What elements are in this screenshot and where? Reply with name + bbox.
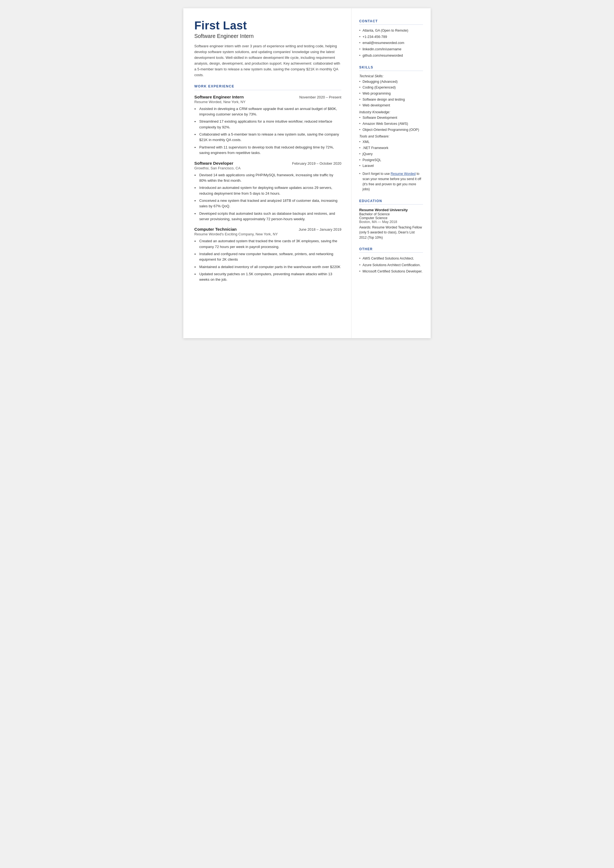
list-item: Updated security patches on 1.5K compute… <box>194 272 341 283</box>
skills-note-prefix: Don't forget to use <box>363 172 391 176</box>
job-2: Software Developer February 2019 – Octob… <box>194 161 341 222</box>
list-item: github.com/resumeworded <box>359 53 423 58</box>
job-1-bullets: Assisted in developing a CRM software up… <box>194 106 341 156</box>
left-column: First Last Software Engineer Intern Soft… <box>183 8 352 338</box>
job-3-company: Resume Worded's Exciting Company, New Yo… <box>194 232 341 236</box>
job-3-bullets: Created an automated system that tracked… <box>194 238 341 283</box>
skills-note: Don't forget to use Resume Worded to sca… <box>359 171 423 192</box>
education-entry: Resume Worded University Bachelor of Sci… <box>359 208 423 240</box>
job-1-company: Resume Worded, New York, NY <box>194 100 341 104</box>
candidate-name: First Last <box>194 19 341 32</box>
job-1: Software Engineer Intern November 2020 –… <box>194 95 341 156</box>
list-item: Amazon Web Services (AWS) <box>359 121 423 126</box>
list-item: Web development <box>359 103 423 108</box>
contact-list: Atlanta, GA (Open to Remote) +1-234-456-… <box>359 28 423 58</box>
list-item: Streamlined 17 existing applications for… <box>194 119 341 130</box>
list-item: Object-Oriented Programming (OOP) <box>359 127 423 132</box>
list-item: Maintained a detailed inventory of all c… <box>194 264 341 270</box>
edu-degree: Bachelor of Science <box>359 212 423 216</box>
list-item: +1-234-456-789 <box>359 34 423 40</box>
education-section: EDUCATION Resume Worded University Bache… <box>359 199 423 240</box>
list-item: Azure Solutions Architect Certification. <box>359 262 423 268</box>
job-3-dates: June 2018 – January 2019 <box>299 227 341 231</box>
job-1-header: Software Engineer Intern November 2020 –… <box>194 95 341 99</box>
list-item: Conceived a new system that tracked and … <box>194 198 341 209</box>
edu-awards: Awards: Resume Worded Teaching Fellow (o… <box>359 225 423 240</box>
candidate-title: Software Engineer Intern <box>194 33 341 39</box>
job-3-title: Computer Technician <box>194 227 237 231</box>
work-experience-label: WORK EXPERIENCE <box>194 84 341 88</box>
list-item: Developed scripts that automated tasks s… <box>194 211 341 222</box>
tools-skills-label: Tools and Software: <box>359 134 423 138</box>
education-label: EDUCATION <box>359 199 423 203</box>
industry-skills-label: Industry Knowledge: <box>359 110 423 114</box>
list-item: PostgreSQL <box>359 158 423 163</box>
other-label: OTHER <box>359 247 423 251</box>
technical-skills-list: Debugging (Advanced) Coding (Experienced… <box>359 79 423 108</box>
list-item: Software Development <box>359 115 423 120</box>
list-item: Devised 14 web applications using PHP/My… <box>194 172 341 184</box>
job-2-company: Growthsi, San Francisco, CA <box>194 166 341 170</box>
summary-text: Software engineer intern with over 3 yea… <box>194 43 341 78</box>
work-experience-section: WORK EXPERIENCE Software Engineer Intern… <box>194 84 341 283</box>
job-2-title: Software Developer <box>194 161 233 166</box>
list-item: .NET Framework <box>359 146 423 151</box>
other-divider <box>359 252 423 253</box>
list-item: email@resumeworded.com <box>359 40 423 46</box>
skills-section: SKILLS Technical Skills: Debugging (Adva… <box>359 65 423 192</box>
list-item: Collaborated with a 5-member team to rel… <box>194 132 341 143</box>
list-item: Introduced an automated system for deplo… <box>194 185 341 196</box>
list-item: Assisted in developing a CRM software up… <box>194 106 341 117</box>
education-divider <box>359 204 423 205</box>
resume-container: First Last Software Engineer Intern Soft… <box>183 8 431 338</box>
technical-skills-label: Technical Skills: <box>359 74 423 78</box>
list-item: XML <box>359 140 423 144</box>
list-item: Atlanta, GA (Open to Remote) <box>359 28 423 33</box>
edu-school: Resume Worded University <box>359 208 423 212</box>
list-item: Debugging (Advanced) <box>359 79 423 84</box>
resume-worded-link[interactable]: Resume Worded <box>391 172 416 176</box>
list-item: Coding (Experienced) <box>359 85 423 90</box>
other-list: AWS Certified Solutions Architect. Azure… <box>359 256 423 274</box>
job-3: Computer Technician June 2018 – January … <box>194 227 341 283</box>
list-item: Laravel <box>359 163 423 169</box>
right-column: CONTACT Atlanta, GA (Open to Remote) +1-… <box>352 8 431 338</box>
tools-skills-list: XML .NET Framework jQuery PostgreSQL Lar… <box>359 140 423 169</box>
list-item: Installed and configured new computer ha… <box>194 251 341 262</box>
skills-label: SKILLS <box>359 65 423 69</box>
skills-divider <box>359 71 423 71</box>
job-3-header: Computer Technician June 2018 – January … <box>194 227 341 231</box>
list-item: Created an automated system that tracked… <box>194 238 341 250</box>
contact-section: CONTACT Atlanta, GA (Open to Remote) +1-… <box>359 19 423 58</box>
list-item: AWS Certified Solutions Architect. <box>359 256 423 261</box>
edu-field: Computer Science <box>359 216 423 220</box>
industry-skills-list: Software Development Amazon Web Services… <box>359 115 423 132</box>
list-item: linkedin.com/in/username <box>359 47 423 52</box>
list-item: jQuery <box>359 152 423 157</box>
list-item: Microsoft Certified Solutions Developer. <box>359 269 423 274</box>
edu-location-date: Boston, MA — May 2018 <box>359 220 423 224</box>
job-1-dates: November 2020 – Present <box>299 95 341 99</box>
job-2-dates: February 2019 – October 2020 <box>292 161 341 166</box>
list-item: Software design and testing <box>359 97 423 102</box>
other-section: OTHER AWS Certified Solutions Architect.… <box>359 247 423 274</box>
list-item: Web programming <box>359 91 423 96</box>
job-1-title: Software Engineer Intern <box>194 95 244 99</box>
job-2-header: Software Developer February 2019 – Octob… <box>194 161 341 166</box>
contact-label: CONTACT <box>359 19 423 23</box>
list-item: Partnered with 11 supervisors to develop… <box>194 144 341 156</box>
job-2-bullets: Devised 14 web applications using PHP/My… <box>194 172 341 222</box>
